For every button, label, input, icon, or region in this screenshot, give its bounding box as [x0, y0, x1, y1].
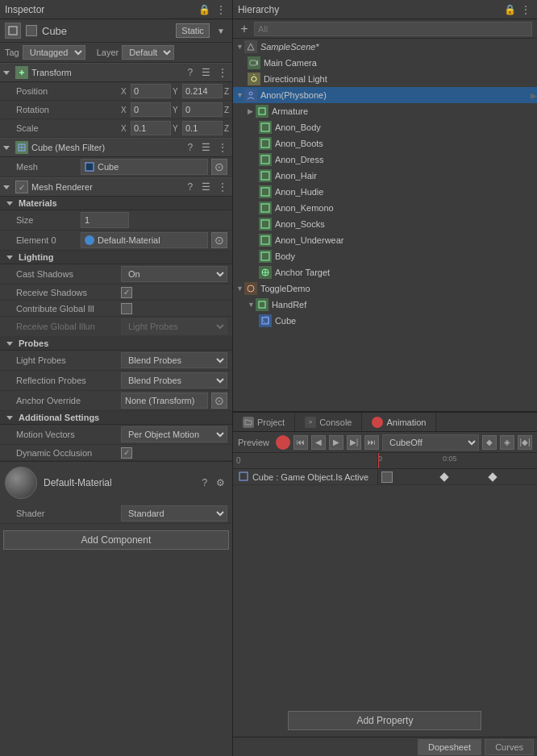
hierarchy-item-armature[interactable]: Armature	[233, 103, 537, 119]
add-property-button[interactable]: Add Property	[288, 711, 481, 730]
rotation-x-input[interactable]	[131, 102, 171, 117]
rotation-y-input[interactable]	[182, 102, 223, 117]
mesh-renderer-more-icon[interactable]: ⋮	[216, 181, 229, 193]
tab-animation[interactable]: Animation	[362, 413, 436, 431]
transform-more-icon[interactable]: ⋮	[216, 66, 229, 79]
light-probes-dropdown[interactable]: Blend Probes	[121, 352, 227, 368]
prev-frame-button[interactable]: ◀	[311, 435, 326, 450]
tab-project[interactable]: Project	[233, 413, 295, 431]
more-options-icon[interactable]: ⋮	[214, 3, 227, 16]
mesh-filter-expand-icon[interactable]	[3, 146, 10, 150]
hierarchy-more-icon[interactable]: ⋮	[519, 3, 532, 16]
hierarchy-item-anondress[interactable]: Anon_Dress	[233, 152, 537, 168]
static-button[interactable]: Static	[176, 23, 210, 38]
hierarchy-add-icon[interactable]: +	[238, 23, 251, 35]
mesh-renderer-help-icon[interactable]: ?	[184, 181, 197, 193]
materials-section[interactable]: Materials	[0, 197, 232, 210]
goto-start-button[interactable]: ⏮	[293, 435, 308, 450]
reflection-probes-dropdown[interactable]: Blend Probes	[121, 372, 227, 388]
mesh-filter-help-icon[interactable]: ?	[184, 141, 197, 154]
goto-end-button[interactable]: ⏭	[364, 435, 379, 450]
contribute-gi-checkbox[interactable]	[121, 303, 132, 314]
additional-settings-section[interactable]: Additional Settings	[0, 411, 232, 425]
anchor-override-field[interactable]: None (Transform)	[121, 393, 208, 409]
lighting-title: Lighting	[19, 252, 53, 262]
scale-x-input[interactable]	[131, 121, 171, 135]
hierarchy-item-anonunderwear[interactable]: Anon_Underwear	[233, 232, 537, 248]
dynamic-occlusion-checkbox[interactable]: ✓	[121, 447, 132, 459]
receive-gi-dropdown[interactable]: Light Probes	[121, 318, 227, 334]
lighting-section[interactable]: Lighting	[0, 251, 232, 264]
key-all-icon[interactable]: ◈	[500, 435, 514, 450]
mesh-filter-settings-icon[interactable]: ☰	[200, 141, 213, 154]
mesh-renderer-settings-icon[interactable]: ☰	[200, 181, 213, 193]
frame-0-label: 0	[236, 456, 241, 465]
hierarchy-lock-icon[interactable]: 🔒	[503, 3, 516, 16]
hierarchy-item-anonsocks[interactable]: Anon_Socks	[233, 216, 537, 232]
shader-dropdown[interactable]: Standard	[121, 505, 227, 521]
materials-size-input[interactable]	[81, 212, 129, 228]
hierarchy-item-body[interactable]: Body	[233, 248, 537, 264]
mesh-filter-more-icon[interactable]: ⋮	[216, 141, 229, 154]
key-snap-icon[interactable]: |◆|	[518, 435, 532, 450]
layer-dropdown[interactable]: Default	[122, 45, 174, 60]
hierarchy-item-anonbody[interactable]: Anon_Body	[233, 119, 537, 135]
motion-vectors-label: Motion Vectors	[16, 430, 121, 439]
scale-y-input[interactable]	[182, 121, 223, 135]
anonhudie-label: Anon_Hudie	[275, 187, 324, 197]
static-dropdown-icon[interactable]: ▼	[214, 24, 227, 37]
hierarchy-item-handref[interactable]: HandRef	[233, 297, 537, 313]
mesh-renderer-checkbox[interactable]: ✓	[15, 181, 28, 193]
hierarchy-item-anonhair[interactable]: Anon_Hair	[233, 168, 537, 184]
element0-asset-field[interactable]: Default-Material	[81, 232, 208, 248]
hierarchy-item-anonkemono[interactable]: Anon_Kemono	[233, 200, 537, 216]
keyframe-tool-icon[interactable]: ◆	[482, 435, 497, 450]
material-help-icon[interactable]: ?	[198, 476, 211, 489]
hierarchy-item-cube[interactable]: Cube	[233, 313, 537, 329]
add-component-button[interactable]: Add Component	[3, 530, 229, 550]
next-frame-button[interactable]: ▶|	[347, 435, 361, 450]
mesh-asset-field[interactable]: Cube	[81, 159, 208, 175]
probes-section[interactable]: Probes	[0, 337, 232, 351]
receive-shadows-checkbox[interactable]: ✓	[121, 287, 132, 298]
material-settings-icon[interactable]: ⚙	[214, 476, 227, 489]
transform-help-icon[interactable]: ?	[184, 66, 197, 79]
curves-tab[interactable]: Curves	[485, 739, 534, 755]
mesh-asset-icon	[85, 162, 94, 172]
anchor-override-select-btn[interactable]: ⊙	[211, 393, 227, 409]
motion-vectors-dropdown[interactable]: Per Object Motion	[121, 426, 227, 442]
rotation-z-item: Z	[224, 102, 232, 117]
position-x-input[interactable]	[131, 84, 171, 98]
tag-dropdown[interactable]: Untagged	[23, 45, 85, 60]
hierarchy-expand-handle[interactable]: ▶	[531, 91, 537, 100]
hierarchy-item-toggledemo[interactable]: ToggleDemo	[233, 280, 537, 297]
object-active-checkbox[interactable]	[26, 25, 37, 36]
hierarchy-item-anonphysbone[interactable]: Anon(Physbone) ▶	[233, 87, 537, 103]
cast-shadows-dropdown[interactable]: On	[121, 266, 227, 282]
tab-console[interactable]: > Console	[295, 413, 362, 431]
element0-select-btn[interactable]: ⊙	[211, 232, 227, 248]
hierarchy-item-directionallight[interactable]: Directional Light	[233, 71, 537, 87]
hierarchy-item-anchortarget[interactable]: Anchor Target	[233, 264, 537, 280]
record-button[interactable]	[276, 435, 290, 450]
hierarchy-item-anonhudie[interactable]: Anon_Hudie	[233, 184, 537, 200]
position-y-item: Y	[173, 84, 223, 98]
timeline-playhead[interactable]	[378, 453, 379, 468]
transform-settings-icon[interactable]: ☰	[200, 66, 213, 79]
mesh-renderer-expand-icon[interactable]	[3, 185, 10, 189]
hierarchy-item-anonboots[interactable]: Anon_Boots	[233, 135, 537, 152]
dopesheet-tab[interactable]: Dopesheet	[418, 739, 481, 755]
play-button[interactable]: ▶	[329, 435, 343, 450]
probes-title: Probes	[19, 339, 48, 348]
hierarchy-search-input[interactable]	[254, 22, 532, 36]
timeline-track[interactable]	[378, 469, 537, 484]
property-checkbox-track[interactable]	[381, 471, 393, 483]
lock-icon[interactable]: 🔒	[198, 3, 211, 16]
position-y-input[interactable]	[182, 84, 223, 98]
hierarchy-item-maincamera[interactable]: Main Camera	[233, 55, 537, 71]
clip-dropdown[interactable]: CubeOff	[382, 434, 479, 451]
anonhair-icon	[259, 169, 272, 182]
transform-expand-icon[interactable]	[3, 71, 10, 75]
hierarchy-item-samplescene[interactable]: SampleScene*	[233, 39, 537, 55]
mesh-select-btn[interactable]: ⊙	[211, 159, 227, 175]
